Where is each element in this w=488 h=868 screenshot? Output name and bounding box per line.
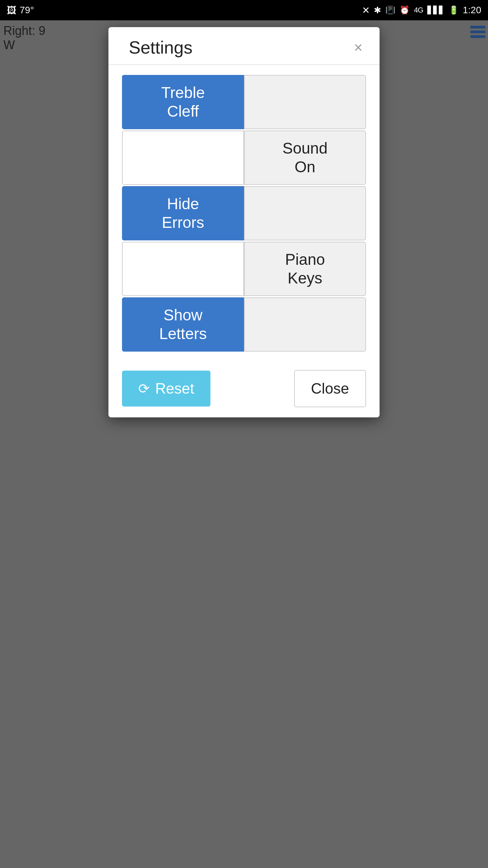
sound-right-button[interactable]: SoundOn (244, 131, 366, 185)
time-display: 1:20 (463, 5, 482, 16)
close-button[interactable]: Close (294, 370, 366, 407)
dialog-close-x-button[interactable]: × (350, 40, 366, 55)
status-bar: 🖼 79° ✕ ✱ 📳 ⏰ 4G ▋▋▋ 🔋 1:20 (0, 0, 488, 20)
reset-icon: ⟳ (138, 381, 150, 396)
alarm-icon: ⏰ (400, 5, 410, 15)
dialog-body: TrebleCleff SoundOn HideErrors PianoKeys… (108, 65, 380, 363)
battery-icon: 🔋 (449, 5, 459, 15)
show-letters-right-button[interactable] (244, 297, 366, 352)
signal-bars-icon: ▋▋▋ (427, 6, 445, 15)
treble-cleff-row: TrebleCleff (122, 75, 366, 129)
reset-button[interactable]: ⟳ Reset (122, 371, 210, 407)
bluetooth-icon: ✕ (362, 5, 370, 16)
reset-label: Reset (155, 380, 194, 397)
show-letters-row: ShowLetters (122, 297, 366, 352)
temperature-display: 79° (20, 5, 34, 16)
show-letters-left-button[interactable]: ShowLetters (122, 297, 244, 352)
modal-overlay: Settings × TrebleCleff SoundOn HideError… (0, 20, 488, 868)
piano-keys-left-button[interactable] (122, 242, 244, 296)
dialog-header: Settings × (108, 27, 380, 65)
signal-4g-icon: 4G (414, 6, 423, 15)
status-left: 🖼 79° (7, 5, 34, 16)
settings-dialog: Settings × TrebleCleff SoundOn HideError… (108, 27, 380, 417)
hide-errors-left-button[interactable]: HideErrors (122, 186, 244, 240)
bluetooth-icon: ✱ (374, 5, 381, 16)
status-right: ✕ ✱ 📳 ⏰ 4G ▋▋▋ 🔋 1:20 (362, 5, 481, 16)
treble-cleff-left-button[interactable]: TrebleCleff (122, 75, 244, 129)
dialog-title: Settings (129, 37, 192, 58)
hide-errors-right-button[interactable] (244, 186, 366, 240)
hide-errors-row: HideErrors (122, 186, 366, 240)
sound-row: SoundOn (122, 131, 366, 185)
vibrate-icon: 📳 (385, 5, 395, 15)
image-icon: 🖼 (7, 5, 16, 16)
sound-left-button[interactable] (122, 131, 244, 185)
piano-keys-row: PianoKeys (122, 242, 366, 296)
piano-keys-right-button[interactable]: PianoKeys (244, 242, 366, 296)
treble-cleff-right-button[interactable] (244, 75, 366, 129)
dialog-footer: ⟳ Reset Close (108, 363, 380, 417)
